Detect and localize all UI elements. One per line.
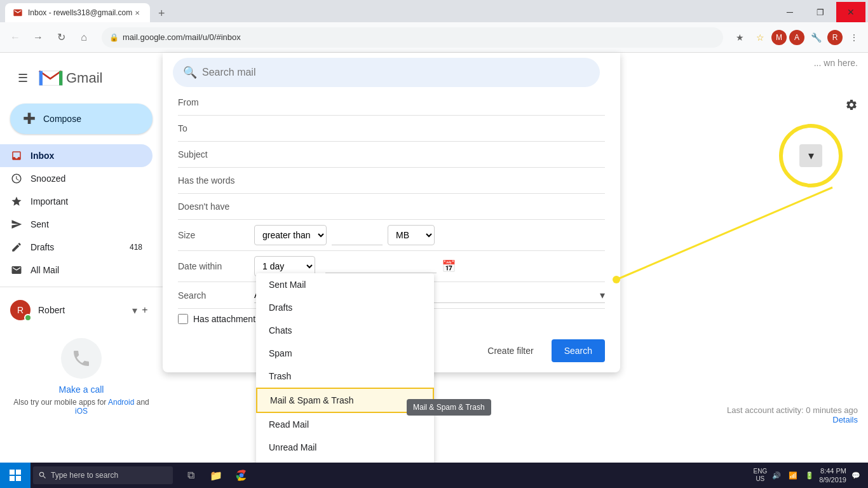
browser-tab[interactable]: Inbox - rewells318@gmail.com ✕ [5, 3, 150, 22]
important-icon [10, 196, 23, 207]
tab-favicon-icon [13, 8, 23, 18]
taskbar: Type here to search ⧉ 📁 ENGUS 🔊 📶 🔋 8:44… [0, 463, 868, 488]
extension1-icon[interactable]: M [771, 30, 787, 45]
drafts-label: Drafts [31, 242, 54, 252]
browser-controls: ← → ↻ ⌂ 🔒 mail.google.com/mail/u/0/#inbo… [0, 22, 868, 53]
gmail-m-icon [38, 69, 64, 87]
dropdown-item-sentmail[interactable]: Sent Mail [256, 273, 434, 296]
taskbar-search-icon [38, 471, 47, 480]
dropdown-item-drafts[interactable]: Drafts [256, 296, 434, 319]
date-value-input[interactable] [325, 260, 437, 270]
snoozed-label: Snoozed [31, 173, 65, 184]
details-link[interactable]: Details [832, 415, 858, 424]
close-button[interactable]: ✕ [836, 2, 865, 22]
refresh-button[interactable]: ↻ [51, 27, 71, 48]
from-field-row: From [178, 90, 605, 116]
tab-close-button[interactable]: ✕ [132, 8, 142, 18]
home-button[interactable]: ⌂ [74, 27, 94, 48]
size-value-input[interactable] [332, 225, 383, 245]
sidebar-item-important[interactable]: Important [0, 190, 153, 213]
ios-link[interactable]: iOS [75, 407, 88, 416]
taskbar-search[interactable]: Type here to search [33, 466, 173, 484]
restore-button[interactable]: ❐ [806, 2, 835, 22]
subject-input[interactable] [254, 147, 605, 162]
sidebar-item-drafts[interactable]: Drafts 418 [0, 236, 153, 259]
dropdown-item-unreadmail[interactable]: Unread Mail [256, 436, 434, 459]
search-button[interactable]: Search [552, 339, 605, 362]
subject-field-row: Subject [178, 142, 605, 168]
taskbar-right: ENGUS 🔊 📶 🔋 8:44 PM 8/9/2019 💬 [754, 466, 869, 485]
from-label: From [178, 97, 254, 107]
size-unit-select[interactable]: MB KB Bytes [388, 225, 435, 245]
user-avatar: R [10, 300, 31, 320]
language-indicator: ENGUS [754, 468, 768, 483]
nothave-input[interactable] [254, 199, 605, 214]
size-label: Size [178, 230, 254, 240]
bookmark-icon[interactable]: ☆ [751, 29, 769, 46]
nothave-field-row: Doesn't have [178, 194, 605, 220]
search-glass-icon: 🔍 [183, 65, 197, 79]
allmail-label: All Mail [31, 265, 59, 275]
compose-button[interactable]: ✚ Compose [10, 104, 153, 134]
dropdown-item-chats[interactable]: Chats [256, 319, 434, 342]
search-input[interactable] [202, 67, 590, 78]
has-attachment-label: Has attachment [193, 314, 255, 324]
tab-title: Inbox - rewells318@gmail.com [28, 8, 132, 17]
dropdown-item-trash[interactable]: Trash [256, 365, 434, 388]
profile-icon[interactable]: R [827, 30, 843, 45]
settings-button[interactable] [840, 93, 863, 116]
snoozed-icon [10, 173, 23, 184]
new-tab-button[interactable]: + [153, 4, 170, 22]
inbox-label: Inbox [31, 151, 54, 161]
to-input[interactable] [254, 121, 605, 136]
allmail-icon [10, 264, 23, 276]
dropdown-item-readmail[interactable]: Read Mail [256, 413, 434, 436]
android-link[interactable]: Android [108, 398, 134, 407]
tooltip: Mail & Spam & Trash [407, 399, 491, 416]
extension3-icon[interactable]: 🔧 [807, 29, 825, 46]
size-comparison-select[interactable]: greater than less than [254, 225, 327, 245]
compose-label: Compose [43, 114, 81, 124]
subject-label: Subject [178, 149, 254, 159]
minimize-button[interactable]: ─ [775, 2, 804, 22]
calendar-icon[interactable]: 📅 [442, 259, 456, 273]
sidebar-item-inbox[interactable]: Inbox [0, 144, 153, 167]
start-button[interactable] [0, 463, 31, 488]
haswords-input[interactable] [254, 173, 605, 188]
svg-rect-1 [59, 71, 62, 86]
create-filter-button[interactable]: Create filter [477, 339, 543, 362]
taskview-button[interactable]: ⧉ [180, 466, 201, 484]
sidebar-user[interactable]: R Robert ▾ + [0, 292, 163, 328]
back-button[interactable]: ← [5, 27, 25, 48]
lock-icon: 🔒 [109, 33, 119, 42]
sidebar-item-allmail[interactable]: All Mail [0, 259, 153, 281]
extensions-icon[interactable]: ★ [731, 29, 749, 46]
forward-button[interactable]: → [28, 27, 48, 48]
svg-rect-0 [39, 71, 43, 86]
add-account-button[interactable]: + [137, 302, 153, 318]
searchin-dropdown-icon[interactable]: ▾ [600, 289, 605, 301]
address-bar[interactable]: 🔒 mail.google.com/mail/u/0/#inbox [102, 27, 723, 48]
taskbar-time: 8:44 PM 8/9/2019 [819, 466, 846, 485]
browser-title-bar: Inbox - rewells318@gmail.com ✕ + ─ ❐ ✕ [0, 0, 868, 22]
sidebar-item-snoozed[interactable]: Snoozed [0, 167, 153, 190]
make-call-link[interactable]: Make a call [59, 384, 104, 395]
sent-icon [10, 219, 23, 230]
drafts-icon [10, 241, 23, 253]
dropdown-item-spam[interactable]: Spam [256, 342, 434, 365]
chrome-button[interactable] [231, 466, 252, 484]
drafts-count: 418 [130, 243, 142, 252]
has-attachment-checkbox[interactable] [178, 314, 188, 324]
size-controls: greater than less than MB KB Bytes [254, 225, 435, 245]
sidebar-header: ☰ Gmail [0, 58, 163, 98]
sidebar-item-sent[interactable]: Sent [0, 213, 153, 236]
hamburger-button[interactable]: ☰ [10, 65, 36, 91]
from-input[interactable] [254, 95, 605, 110]
user-chevron-icon: ▾ [132, 304, 137, 316]
taskbar-icons: ⧉ 📁 [180, 466, 252, 484]
searchin-label: Search [178, 290, 254, 301]
menu-icon[interactable]: ⋮ [845, 29, 863, 46]
extension2-icon[interactable]: A [789, 30, 804, 45]
inbox-icon [10, 150, 23, 161]
file-explorer-button[interactable]: 📁 [206, 466, 226, 484]
